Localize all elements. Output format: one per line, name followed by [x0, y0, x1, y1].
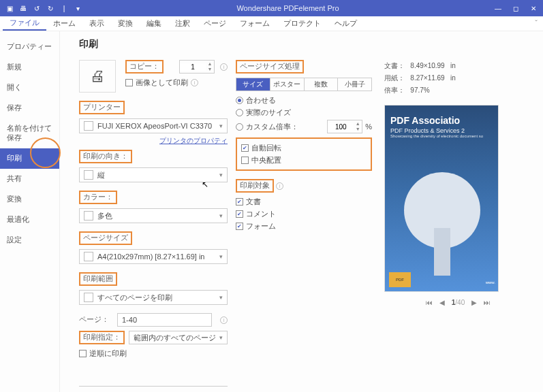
mode-select[interactable]: 範囲内のすべてのページ▾ — [129, 331, 228, 344]
reverse-check[interactable]: 逆順に印刷 — [79, 348, 228, 359]
mode-label: 印刷指定： — [79, 331, 125, 344]
print-as-image-check[interactable]: 画像として印刷i — [125, 78, 228, 88]
copy-stepper[interactable]: ▲▼ — [179, 60, 215, 74]
sidebar-save-as[interactable]: 名前を付けて保存 — [0, 118, 59, 148]
printer-small-icon — [84, 121, 93, 131]
copy-label: コピー： — [125, 60, 164, 74]
total-pages: /40 — [455, 299, 465, 306]
printer-value: FUJI XEROX ApeosPort-VI C3370 — [97, 122, 212, 130]
sidebar-convert[interactable]: 変換 — [0, 189, 59, 210]
info-icon[interactable]: i — [191, 79, 198, 86]
custom-stepper[interactable]: ▲▼ — [327, 120, 362, 133]
first-page-button[interactable]: ⏮ — [426, 299, 433, 306]
info-icon[interactable]: i — [220, 316, 228, 324]
redo-icon[interactable]: ↻ — [44, 5, 57, 12]
menu-help[interactable]: ヘルプ — [328, 17, 364, 30]
page-value: 1-40 — [122, 316, 137, 324]
app-title: Wondershare PDFelement Pro — [84, 4, 491, 12]
app-icon: ▣ — [3, 5, 16, 12]
menu-edit[interactable]: 編集 — [140, 17, 168, 30]
save-icon[interactable]: 🖶 — [16, 5, 30, 12]
pager: ⏮ ◀ 1/40 ▶ ⏭ — [384, 299, 532, 306]
tab-poster[interactable]: ポスター — [270, 78, 305, 91]
menu-page[interactable]: ページ — [197, 17, 233, 30]
sidebar: プロパティー 新規 開く 保存 名前を付けて保存 印刷 共有 変換 最適化 設定 — [0, 31, 60, 392]
fit-radio[interactable]: 合わせる — [236, 95, 372, 105]
sidebar-properties[interactable]: プロパティー — [0, 37, 59, 57]
divider — [79, 386, 228, 387]
sidebar-share[interactable]: 共有 — [0, 169, 59, 189]
copy-input[interactable] — [180, 63, 206, 71]
print-as-image-label: 画像として印刷 — [136, 78, 188, 88]
color-value: 多色 — [97, 211, 112, 221]
printer-label: プリンター — [79, 101, 125, 114]
page-input[interactable]: 1-40 — [117, 313, 212, 327]
dropdown-icon[interactable]: ▾ — [71, 5, 84, 12]
size-tabs: サイズ ポスター 複数 小冊子 — [236, 78, 372, 91]
auto-rotate-check[interactable]: 自動回転 — [241, 143, 367, 153]
color-label: カラー： — [79, 191, 117, 204]
actual-radio[interactable]: 実際のサイズ — [236, 108, 372, 118]
last-page-button[interactable]: ⏭ — [484, 299, 491, 306]
maximize-button[interactable]: ◻ — [509, 5, 523, 12]
doc-info: 文書： 8.49×10.99 in 用紙： 8.27×11.69 in 倍率： … — [384, 60, 532, 97]
sidebar-save[interactable]: 保存 — [0, 98, 59, 118]
range-select[interactable]: すべてのページを印刷▾ — [79, 290, 228, 305]
undo-icon[interactable]: ↺ — [30, 5, 44, 12]
menubar: ファイル ホーム 表示 変換 編集 注釈 ページ フォーム プロテクト ヘルプ … — [0, 16, 543, 31]
color-select[interactable]: 多色▾ — [79, 208, 228, 223]
sidebar-open[interactable]: 開く — [0, 78, 59, 98]
orient-select[interactable]: 縦▾ — [79, 167, 228, 182]
orient-label: 印刷の向き： — [79, 150, 132, 163]
menu-view[interactable]: 表示 — [82, 17, 111, 30]
prev-page-button[interactable]: ◀ — [439, 299, 445, 306]
pdf-badge: PDF — [389, 272, 411, 287]
info-icon[interactable]: i — [220, 63, 228, 71]
page-label: ページ： — [79, 315, 109, 325]
color-icon — [84, 211, 93, 220]
sidebar-settings[interactable]: 設定 — [0, 230, 59, 250]
target-doc-check[interactable]: 文書 — [236, 197, 372, 207]
info-icon[interactable]: i — [276, 182, 283, 190]
sidebar-print[interactable]: 印刷 — [0, 148, 59, 169]
printer-icon: 🖨 — [79, 60, 116, 93]
center-check[interactable]: 中央配置 — [241, 155, 367, 165]
menu-comment[interactable]: 注釈 — [168, 17, 197, 30]
menu-file[interactable]: ファイル — [3, 16, 46, 31]
menu-protect[interactable]: プロテクト — [277, 17, 328, 30]
pagesize-value: A4(210x297mm) [8.27×11.69] in — [97, 252, 204, 261]
sidebar-new[interactable]: 新規 — [0, 57, 59, 78]
pagesize-select[interactable]: A4(210x297mm) [8.27×11.69] in▾ — [79, 249, 228, 264]
menu-home[interactable]: ホーム — [46, 17, 82, 30]
mode-value: 範囲内のすべてのページ — [134, 333, 216, 343]
titlebar: ▣ 🖶 ↺ ↻ | ▾ Wondershare PDFelement Pro —… — [0, 0, 543, 16]
target-comment-check[interactable]: コメント — [236, 209, 372, 219]
tab-multi[interactable]: 複数 — [305, 78, 339, 91]
sizehandle-label: ページサイズ処理 — [236, 60, 304, 74]
page-title: 印刷 — [79, 38, 228, 50]
range-label: 印刷範囲 — [79, 272, 117, 286]
next-page-button[interactable]: ▶ — [471, 299, 477, 306]
menu-form[interactable]: フォーム — [233, 17, 277, 30]
tab-booklet[interactable]: 小冊子 — [338, 78, 371, 91]
target-form-check[interactable]: フォーム — [236, 221, 372, 231]
sidebar-optimize[interactable]: 最適化 — [0, 210, 59, 230]
menu-convert[interactable]: 変換 — [111, 17, 140, 30]
range-icon — [84, 293, 93, 302]
close-button[interactable]: ✕ — [527, 5, 540, 12]
printer-select[interactable]: FUJI XEROX ApeosPort-VI C3370▾ — [79, 118, 228, 133]
pagesize-label: ページサイズ — [79, 231, 132, 245]
target-label: 印刷対象 — [236, 179, 274, 193]
print-preview: PDF Associatio PDF Products & Services 2… — [384, 105, 499, 292]
orient-value: 縦 — [97, 170, 105, 180]
custom-radio[interactable]: カスタム倍率： ▲▼ % — [236, 120, 372, 133]
printer-props-link[interactable]: プリンタのプロパティ — [159, 137, 228, 144]
custom-input[interactable] — [328, 123, 354, 131]
minimize-button[interactable]: — — [491, 5, 505, 12]
divider-icon: | — [57, 5, 71, 12]
page-icon — [84, 252, 93, 261]
collapse-icon[interactable]: ˇ — [535, 19, 538, 27]
range-value: すべてのページを印刷 — [97, 293, 172, 303]
tab-size[interactable]: サイズ — [236, 78, 270, 91]
stand-graphic — [434, 228, 450, 276]
